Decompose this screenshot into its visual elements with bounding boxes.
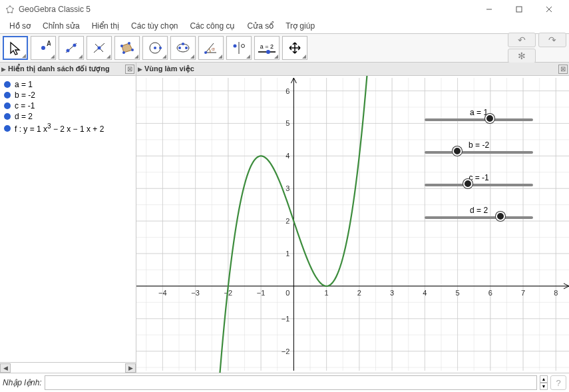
slider-track[interactable] (425, 118, 533, 121)
menu-edit[interactable]: Chỉnh sửa (37, 20, 85, 32)
tool-circle[interactable] (142, 36, 168, 60)
svg-text:5: 5 (285, 119, 289, 127)
svg-point-27 (182, 43, 184, 45)
slider-c[interactable]: c = -1 (425, 173, 533, 186)
object-item-d[interactable]: d = 2 (4, 112, 132, 121)
ellipse-icon (176, 41, 190, 55)
undo-button[interactable]: ↶ (508, 33, 536, 47)
tool-polygon[interactable] (114, 36, 140, 60)
algebra-panel-close[interactable]: ⊠ (125, 65, 134, 74)
object-item-c[interactable]: c = -1 (4, 101, 132, 110)
tool-perpendicular[interactable] (87, 36, 112, 60)
tool-angle[interactable]: α (198, 36, 224, 60)
svg-text:1: 1 (325, 289, 329, 297)
undo-icon: ↶ (518, 35, 526, 45)
window-titlebar: GeoGebra Classic 5 (0, 0, 569, 19)
menu-bar: Hồ sơ Chỉnh sửa Hiển thị Các tùy chọn Cá… (0, 19, 569, 33)
object-item-f[interactable]: f : y = 1 x3 − 2 x − 1 x + 2 (4, 122, 132, 134)
slider-label: d = 2 (425, 206, 533, 215)
menu-view[interactable]: Hiển thị (87, 20, 124, 32)
algebra-panel-title: Hiển thị danh sách đối tượng (8, 65, 125, 73)
help-button[interactable]: ? (550, 375, 566, 390)
maximize-button[interactable] (504, 0, 534, 19)
help-icon: ? (556, 378, 560, 388)
redo-icon: ↷ (548, 35, 556, 45)
redo-button[interactable]: ↷ (538, 33, 566, 47)
tool-move[interactable] (3, 36, 28, 60)
slider-track[interactable] (425, 184, 533, 186)
object-item-a[interactable]: a = 1 (4, 80, 132, 89)
svg-text:5: 5 (456, 289, 460, 297)
object-label: f : y = 1 x3 − 2 x − 1 x + 2 (15, 122, 104, 134)
input-spinner[interactable]: ▲▼ (540, 375, 548, 390)
svg-text:2: 2 (357, 289, 361, 297)
algebra-panel-header[interactable]: ▶ Hiển thị danh sách đối tượng ⊠ (0, 63, 136, 76)
svg-point-16 (98, 47, 101, 50)
svg-point-12 (67, 49, 70, 53)
object-label: c = -1 (15, 101, 35, 110)
menu-help[interactable]: Trợ giúp (280, 20, 320, 32)
scroll-left-icon[interactable]: ◀ (0, 363, 11, 373)
point-icon: A (36, 41, 51, 55)
menu-window[interactable]: Cửa sổ (242, 20, 279, 32)
svg-point-18 (120, 45, 123, 47)
svg-point-26 (185, 47, 188, 49)
menu-tools[interactable]: Các công cụ (184, 20, 240, 32)
bullet-icon (4, 125, 11, 132)
perpendicular-icon (92, 41, 106, 55)
graphics-view[interactable]: −4−3−2−112345678−2−11234560 a = 1 b = -2… (136, 76, 569, 373)
graphics-panel-header[interactable]: ▶ Vùng làm việc ⊠ (136, 63, 569, 76)
chevron-down-icon: ▼ (540, 383, 548, 390)
command-input[interactable] (45, 375, 537, 390)
svg-point-19 (128, 42, 130, 45)
tool-slider[interactable]: a = 2 (254, 36, 280, 60)
svg-text:A: A (47, 41, 51, 47)
slider-track[interactable] (425, 151, 533, 154)
graphics-panel: ▶ Vùng làm việc ⊠ −4−3−2−112345678−2−112… (136, 63, 569, 373)
svg-point-25 (178, 47, 181, 49)
algebra-scrollbar[interactable]: ◀ ▶ (0, 362, 136, 373)
slider-d[interactable]: d = 2 (425, 206, 533, 219)
svg-text:2: 2 (285, 217, 289, 225)
object-item-b[interactable]: b = -2 (4, 91, 132, 100)
algebra-panel: ▶ Hiển thị danh sách đối tượng ⊠ a = 1 b… (0, 63, 136, 373)
svg-point-13 (73, 44, 77, 47)
tool-line[interactable] (59, 36, 84, 60)
tool-point[interactable]: A (31, 36, 56, 60)
circle-icon (148, 41, 162, 55)
scroll-right-icon[interactable]: ▶ (125, 363, 136, 373)
svg-text:−1: −1 (282, 315, 290, 323)
polygon-icon (120, 41, 134, 55)
maximize-icon (516, 6, 522, 13)
object-label: a = 1 (15, 80, 33, 89)
menu-file[interactable]: Hồ sơ (4, 20, 36, 32)
window-title: GeoGebra Classic 5 (19, 5, 474, 14)
tool-ellipse[interactable] (170, 36, 196, 60)
cursor-icon (8, 41, 23, 55)
svg-text:α: α (212, 46, 215, 52)
menu-options[interactable]: Các tùy chọn (126, 20, 183, 32)
move-view-icon (287, 41, 302, 55)
svg-text:1: 1 (285, 250, 289, 258)
svg-rect-6 (516, 7, 522, 12)
slider-b[interactable]: b = -2 (425, 140, 533, 154)
slider-track[interactable] (425, 216, 533, 219)
svg-text:3: 3 (285, 184, 289, 192)
graphics-panel-close[interactable]: ⊠ (558, 65, 568, 74)
close-button[interactable] (534, 0, 564, 19)
svg-point-17 (122, 51, 125, 54)
object-label: b = -2 (15, 91, 35, 100)
tool-move-view[interactable] (282, 36, 307, 60)
svg-text:0: 0 (285, 289, 289, 297)
settings-button[interactable]: ✻ (508, 49, 536, 63)
chevron-right-icon: ▶ (1, 66, 6, 73)
app-logo-icon (5, 5, 15, 14)
slider-a[interactable]: a = 1 (425, 108, 533, 121)
content-area: ▶ Hiển thị danh sách đối tượng ⊠ a = 1 b… (0, 63, 569, 373)
tool-reflect[interactable] (226, 36, 252, 60)
svg-text:−2: −2 (282, 347, 290, 355)
minimize-button[interactable] (474, 0, 504, 19)
close-icon (546, 6, 552, 13)
svg-point-22 (154, 47, 156, 49)
slider-icon: a = 2 (258, 43, 276, 53)
